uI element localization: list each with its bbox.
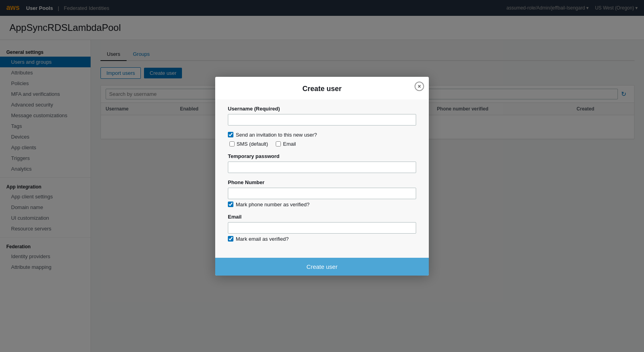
modal-overlay: Create user × Username (Required) Send a… — [0, 0, 644, 352]
email-checkbox-item: Email — [276, 141, 296, 147]
email-field-group: Email Mark email as verified? — [228, 214, 416, 242]
temp-password-label: Temporary password — [228, 153, 416, 159]
sms-label: SMS (default) — [237, 141, 268, 147]
sms-checkbox[interactable] — [229, 141, 235, 147]
send-invitation-row: Send an invitation to this new user? — [228, 132, 416, 138]
modal-title: Create user — [225, 85, 419, 93]
send-invitation-group: Send an invitation to this new user? SMS… — [228, 132, 416, 147]
create-user-modal: Create user × Username (Required) Send a… — [215, 77, 429, 276]
phone-input[interactable] — [228, 188, 416, 199]
mark-email-verified-row: Mark email as verified? — [228, 236, 416, 242]
email-input[interactable] — [228, 222, 416, 234]
invitation-type-row: SMS (default) Email — [229, 141, 416, 147]
sms-checkbox-item: SMS (default) — [229, 141, 268, 147]
phone-number-group: Phone Number Mark phone number as verifi… — [228, 179, 416, 207]
email-invitation-checkbox[interactable] — [276, 141, 281, 147]
phone-label: Phone Number — [228, 179, 416, 185]
modal-header: Create user — [215, 77, 429, 99]
email-invitation-label: Email — [283, 141, 296, 147]
mark-phone-verified-label: Mark phone number as verified? — [236, 202, 309, 207]
modal-body: Username (Required) Send an invitation t… — [215, 99, 429, 258]
mark-email-verified-label: Mark email as verified? — [236, 236, 289, 242]
send-invitation-checkbox[interactable] — [228, 132, 233, 137]
username-input[interactable] — [228, 114, 416, 126]
email-field-label: Email — [228, 214, 416, 220]
temp-password-input[interactable] — [228, 162, 416, 173]
mark-phone-verified-row: Mark phone number as verified? — [228, 202, 416, 207]
send-invitation-label: Send an invitation to this new user? — [236, 132, 317, 138]
modal-close-button[interactable]: × — [415, 82, 424, 91]
modal-footer: Create user — [215, 258, 429, 276]
mark-phone-verified-checkbox[interactable] — [228, 202, 233, 207]
mark-email-verified-checkbox[interactable] — [228, 236, 233, 242]
create-user-submit-button[interactable]: Create user — [215, 258, 429, 276]
username-field-group: Username (Required) — [228, 106, 416, 126]
username-label: Username (Required) — [228, 106, 416, 112]
temp-password-group: Temporary password — [228, 153, 416, 173]
